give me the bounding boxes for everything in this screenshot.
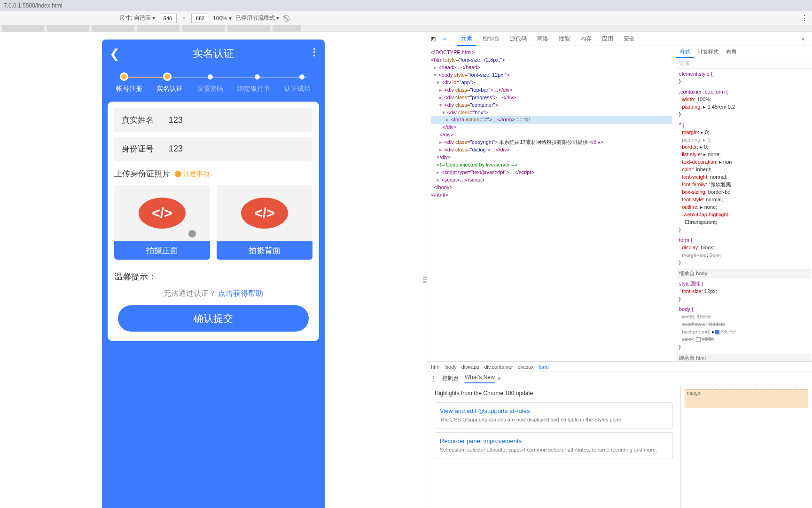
devtools-panel: ◩ ▭ 元素 控制台 源代码 网络 性能 内存 应用 安全 » <!DOCTYP…	[427, 32, 812, 508]
id-field[interactable]: 身份证号 123	[114, 137, 312, 161]
drawer-tab-whatsnew[interactable]: What's New	[465, 374, 495, 383]
tips-label: 温馨提示：	[114, 271, 312, 282]
step-node-1	[120, 72, 128, 81]
step-node-2	[163, 72, 172, 81]
zoom-select[interactable]: 100% ▾	[213, 15, 232, 22]
card-title: View and edit @supports at-rules	[440, 407, 668, 414]
step-label: 认证成功	[284, 85, 311, 93]
tab-elements[interactable]: 元素	[457, 32, 476, 46]
crumb[interactable]: div#app	[461, 364, 480, 370]
help-link[interactable]: 点击获得帮助	[218, 289, 263, 297]
step-node-4	[255, 74, 260, 79]
drawer-more-icon[interactable]: ⋮	[431, 375, 437, 382]
placeholder-icon: </>	[241, 198, 288, 229]
crumb[interactable]: form	[539, 364, 549, 370]
notice-link[interactable]: 注意事项	[175, 170, 210, 178]
step-node-3	[208, 74, 213, 79]
tab-computed[interactable]: 计算样式	[694, 46, 722, 58]
crumb[interactable]: html	[431, 364, 441, 370]
resize-handle-right[interactable]	[423, 270, 427, 289]
progress-steps: 帐号注册 实名认证 设置密码 绑定银行卡 认证成功	[102, 68, 325, 96]
whats-new-card[interactable]: View and edit @supports at-rules The CSS…	[435, 402, 673, 429]
crumb[interactable]: body	[445, 364, 457, 370]
tab-application[interactable]: 应用	[598, 32, 617, 46]
id-back-card[interactable]: </> 拍摄背面	[217, 185, 312, 260]
field-label: 身份证号	[122, 143, 169, 154]
whats-new-card[interactable]: Recorder panel improvements Set custom s…	[435, 432, 673, 459]
inspect-icon[interactable]: ◩	[431, 35, 438, 43]
tab-sources[interactable]: 源代码	[506, 32, 531, 46]
card-title: Recorder panel improvements	[440, 437, 668, 444]
page-title: 实名认证	[193, 47, 234, 61]
whats-new-heading: Highlights from the Chrome 100 update	[435, 390, 673, 397]
tab-layout[interactable]: 布局	[722, 46, 740, 58]
throttle-select[interactable]: 已停用节流模式 ▾	[235, 14, 279, 22]
app-top-bar: ❮ 实名认证	[102, 40, 325, 68]
browser-url: 7.0.0.1:5500/index.html	[4, 2, 62, 9]
device-more-icon[interactable]: ⋮	[801, 14, 808, 23]
form-box: 真实姓名 123 身份证号 123 上传身份证照片 注意事项 </>	[108, 102, 319, 341]
close-icon[interactable]: ×	[498, 375, 501, 382]
selected-dom-node[interactable]: … ▸<form action="#">…</form> == $0	[431, 116, 672, 124]
ruler	[0, 25, 812, 32]
box-model-widget: margin -	[680, 385, 812, 508]
tab-security[interactable]: 安全	[620, 32, 639, 46]
field-label: 真实姓名	[122, 115, 169, 126]
field-value: 123	[169, 115, 183, 125]
back-icon[interactable]: ❮	[109, 47, 120, 61]
whats-new-panel: Highlights from the Chrome 100 update Vi…	[427, 385, 680, 508]
styles-filter[interactable]: 过滤	[676, 58, 812, 69]
preview-pane: ❮ 实名认证 帐号注册 实名认证 设置密码 绑定银行卡	[0, 32, 427, 508]
step-label: 实名认证	[156, 85, 183, 93]
step-label: 帐号注册	[116, 85, 142, 93]
tab-performance[interactable]: 性能	[555, 32, 574, 46]
name-field[interactable]: 真实姓名 123	[114, 108, 312, 132]
no-throttle-icon	[283, 15, 289, 22]
device-height-input[interactable]	[191, 14, 209, 23]
upload-title: 上传身份证照片	[114, 168, 170, 179]
tab-console[interactable]: 控制台	[479, 32, 503, 46]
step-label: 设置密码	[197, 85, 223, 93]
device-toolbar: 尺寸: 自适应 ▾ × 100% ▾ 已停用节流模式 ▾ ⋮	[0, 11, 812, 25]
device-width-input[interactable]	[159, 14, 177, 23]
dom-breadcrumb: html body div#app div.container div.box …	[427, 361, 812, 372]
dom-tree[interactable]: <!DOCTYPE html> <html style="font-size: …	[427, 46, 676, 361]
dim-sep: ×	[182, 15, 186, 22]
tab-memory[interactable]: 内存	[577, 32, 595, 46]
help-question: 无法通过认证？	[164, 289, 216, 297]
shoot-back-button[interactable]: 拍摄背面	[217, 241, 312, 260]
step-node-5	[299, 74, 304, 79]
drawer-tab-console[interactable]: 控制台	[442, 374, 459, 382]
crumb[interactable]: div.box	[518, 364, 534, 370]
styles-pane: 样式 计算样式 布局 过滤 element.style {} .containe…	[676, 46, 812, 361]
css-rules[interactable]: element.style {} .container .box form { …	[676, 69, 812, 361]
submit-button[interactable]: 确认提交	[118, 305, 309, 332]
tabs-overflow[interactable]: »	[797, 33, 808, 45]
tab-network[interactable]: 网络	[533, 32, 552, 46]
devtools-drawer: ⋮ 控制台 What's New × Highlights from the C…	[427, 372, 812, 508]
browser-tab-strip: 7.0.0.1:5500/index.html	[0, 0, 812, 11]
step-label: 绑定银行卡	[237, 85, 270, 93]
crumb[interactable]: div.container	[484, 364, 513, 370]
menu-dots-icon[interactable]	[313, 48, 315, 56]
shoot-front-button[interactable]: 拍摄正面	[114, 241, 210, 260]
field-value: 123	[169, 144, 183, 154]
device-toggle-icon[interactable]: ▭	[441, 35, 449, 43]
mobile-preview: ❮ 实名认证 帐号注册 实名认证 设置密码 绑定银行卡	[102, 40, 325, 508]
id-front-card[interactable]: </> 拍摄正面	[114, 185, 210, 260]
card-body: The CSS @supports at-rules are now displ…	[440, 416, 668, 423]
placeholder-icon: </>	[139, 198, 186, 229]
tab-styles[interactable]: 样式	[676, 46, 694, 58]
size-label[interactable]: 尺寸: 自适应 ▾	[119, 14, 155, 22]
devtools-tabs: ◩ ▭ 元素 控制台 源代码 网络 性能 内存 应用 安全 »	[427, 32, 812, 46]
card-body: Set custom selector attribute, support c…	[440, 446, 668, 453]
